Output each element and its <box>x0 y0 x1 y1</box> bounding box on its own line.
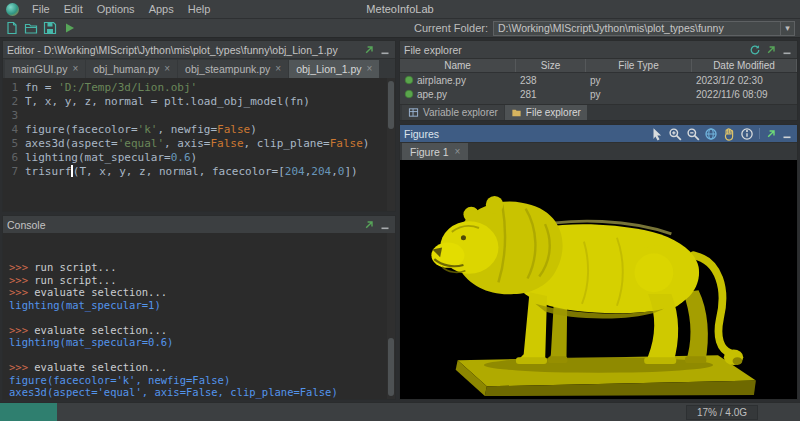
float-panel-icon[interactable] <box>363 44 375 56</box>
combobox-dropdown-icon[interactable]: ▾ <box>780 22 794 35</box>
editor-tab-obj_human-py[interactable]: obj_human.py× <box>86 60 177 78</box>
current-folder-box: Current Folder: D:\Working\MIScript\Jyth… <box>414 21 795 36</box>
figures-panel: Figures Figure 1 × <box>399 124 798 400</box>
left-column: Editor - D:\Working\MIScript\Jython\mis\… <box>2 40 396 400</box>
file-explorer-header: File explorer <box>400 41 797 58</box>
identify-icon[interactable] <box>740 127 754 141</box>
column-header-name[interactable]: Name <box>400 59 516 72</box>
minimize-panel-icon[interactable] <box>781 44 793 56</box>
editor-tab-obj_lion_1-py[interactable]: obj_Lion_1.py× <box>289 60 379 78</box>
app-logo-icon <box>6 3 19 16</box>
menubar-items: FileEditOptionsAppsHelp <box>25 0 217 18</box>
menu-item-help[interactable]: Help <box>181 0 218 18</box>
table-row[interactable]: airplane.py238py2023/1/2 02:30 <box>400 73 797 87</box>
editor-title: Editor - D:\Working\MIScript\Jython\mis\… <box>7 44 360 56</box>
column-header-size[interactable]: Size <box>516 59 586 72</box>
figure-tab[interactable]: Figure 1 × <box>402 143 468 160</box>
float-panel-icon[interactable] <box>765 44 777 56</box>
code-line[interactable]: 7trisurf(T, x, y, z, normal, facecolor=[… <box>3 165 395 179</box>
code-line[interactable]: 1fn = 'D:/Temp/3d/Lion.obj' <box>3 81 395 95</box>
current-folder-combobox[interactable]: D:\Working\MIScript\Jython\mis\plot_type… <box>493 21 795 36</box>
code-text: T, x, y, z, normal = plt.load_obj_model(… <box>25 95 310 109</box>
console-panel: Console >>> run script...>>> run script.… <box>2 215 396 400</box>
tab-label: mainGUI.py <box>12 63 67 75</box>
close-icon[interactable]: × <box>367 64 373 74</box>
tab-file-explorer[interactable]: File explorer <box>505 105 587 120</box>
tab-label: obj_steampunk.py <box>185 63 270 75</box>
float-panel-icon[interactable] <box>363 219 375 231</box>
console-line: >>> evaluate selection... <box>9 286 389 299</box>
file-explorer-title: File explorer <box>404 44 746 56</box>
line-number: 6 <box>3 151 25 165</box>
console-lines: >>> run script...>>> run script...>>> ev… <box>9 261 389 399</box>
close-icon[interactable]: × <box>72 64 78 74</box>
minimize-panel-icon[interactable] <box>781 128 793 140</box>
editor-scrollbar[interactable] <box>387 78 395 211</box>
line-number: 4 <box>3 123 25 137</box>
menu-item-apps[interactable]: Apps <box>142 0 181 18</box>
tab-label: obj_human.py <box>93 63 159 75</box>
console-output[interactable]: >>> run script...>>> run script...>>> ev… <box>3 233 395 399</box>
float-panel-icon[interactable] <box>765 128 777 140</box>
figures-header: Figures <box>400 125 797 142</box>
close-icon[interactable]: × <box>164 64 170 74</box>
code-text: trisurf(T, x, y, z, normal, facecolor=[2… <box>25 165 358 179</box>
main-toolbar: Current Folder: D:\Working\MIScript\Jyth… <box>0 19 800 38</box>
current-folder-label: Current Folder: <box>414 22 488 34</box>
console-line: lighting(mat_specular=0.6) <box>9 336 389 349</box>
lion-3d-render <box>400 160 797 399</box>
column-header-file-type[interactable]: File Type <box>586 59 692 72</box>
tab-label: Variable explorer <box>423 107 498 118</box>
minimize-panel-icon[interactable] <box>379 44 391 56</box>
console-line: >>> run script... <box>9 261 389 274</box>
cell-name: airplane.py <box>400 75 516 86</box>
code-line[interactable]: 2T, x, y, z, normal = plt.load_obj_model… <box>3 95 395 109</box>
zoom-in-icon[interactable] <box>668 127 682 141</box>
console-header-icons <box>363 219 391 231</box>
cell-size: 281 <box>516 89 586 100</box>
editor-tab-maingui-py[interactable]: mainGUI.py× <box>5 60 85 78</box>
code-line[interactable]: 3 <box>3 109 395 123</box>
pan-hand-icon[interactable] <box>722 127 736 141</box>
console-panel-header: Console <box>3 216 395 233</box>
cell-name: ape.py <box>400 89 516 100</box>
memory-usage-indicator[interactable]: 17% / 4.0G <box>686 405 758 420</box>
column-header-date-modified[interactable]: Date Modified <box>692 59 797 72</box>
menu-item-edit[interactable]: Edit <box>57 0 90 18</box>
code-text: lighting(mat_specular=0.6) <box>25 151 197 165</box>
code-text: axes3d(aspect='equal', axis=False, clip_… <box>25 137 369 151</box>
toolbar-separator <box>759 128 760 139</box>
editor-tab-obj_steampunk-py[interactable]: obj_steampunk.py× <box>178 60 288 78</box>
variable-grid-icon <box>408 107 419 118</box>
console-title: Console <box>7 219 360 231</box>
code-line[interactable]: 6lighting(mat_specular=0.6) <box>3 151 395 165</box>
menu-item-options[interactable]: Options <box>90 0 142 18</box>
new-script-icon[interactable] <box>5 21 19 35</box>
console-scrollbar[interactable] <box>387 233 395 399</box>
figures-tools <box>650 127 754 141</box>
close-icon[interactable]: × <box>455 147 461 157</box>
table-row[interactable]: ape.py281py2022/11/6 08:09 <box>400 87 797 101</box>
tab-label: obj_Lion_1.py <box>296 63 361 75</box>
line-number: 5 <box>3 137 25 151</box>
close-icon[interactable]: × <box>275 64 281 74</box>
refresh-icon[interactable] <box>749 44 761 56</box>
open-file-icon[interactable] <box>24 21 38 35</box>
minimize-panel-icon[interactable] <box>379 219 391 231</box>
figure-canvas[interactable] <box>400 160 797 399</box>
zoom-out-icon[interactable] <box>686 127 700 141</box>
console-line: lighting(mat_specular=1) <box>9 299 389 312</box>
tab-variable-explorer[interactable]: Variable explorer <box>402 105 504 120</box>
rotate-globe-icon[interactable] <box>704 127 718 141</box>
code-line[interactable]: 5axes3d(aspect='equal', axis=False, clip… <box>3 137 395 151</box>
save-file-icon[interactable] <box>43 21 57 35</box>
select-arrow-icon[interactable] <box>650 127 664 141</box>
code-line[interactable]: 4figure(facecolor='k', newfig=False) <box>3 123 395 137</box>
line-number: 3 <box>3 109 25 123</box>
cell-type: py <box>586 89 692 100</box>
line-number: 7 <box>3 165 25 179</box>
run-script-icon[interactable] <box>62 21 76 35</box>
line-number: 1 <box>3 81 25 95</box>
code-editor[interactable]: 1fn = 'D:/Temp/3d/Lion.obj'2T, x, y, z, … <box>3 78 395 211</box>
menu-item-file[interactable]: File <box>25 0 57 18</box>
